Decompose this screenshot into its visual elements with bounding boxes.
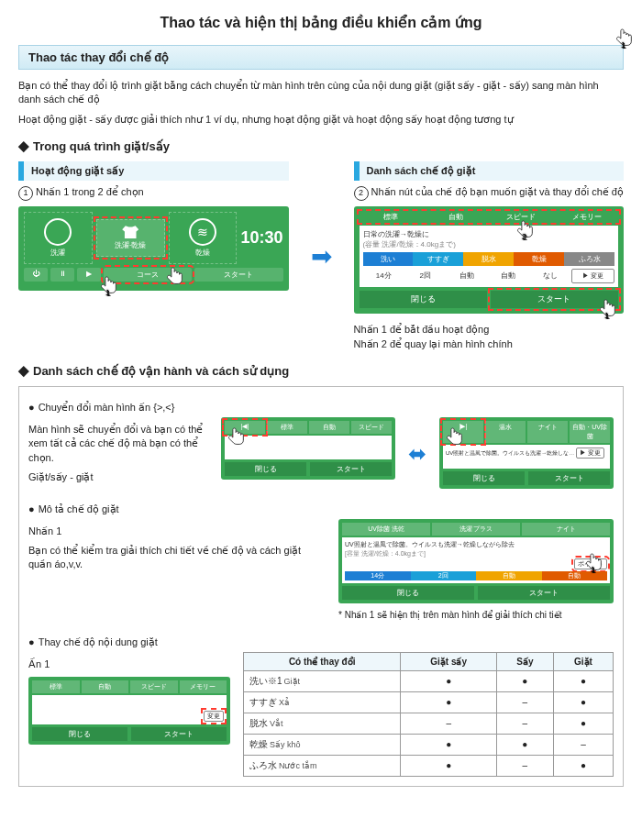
btn-start[interactable]: スタート — [491, 291, 618, 308]
intro-text-1: Bạn có thể thay đổi lộ trình giặt bằng c… — [18, 79, 624, 107]
mini-panel-a2[interactable]: |▶|温水ナイト自動・UV除菌 UV照射と温風で除菌。ウイルスも洗濯→乾燥しな…… — [439, 417, 614, 489]
left-sub-title: Hoạt động giặt sấy — [18, 161, 289, 181]
step-num-1: 1 — [18, 186, 33, 201]
btn-start[interactable]: スタート — [194, 268, 282, 282]
touch-panel-modelist[interactable]: 標準 自動 スピード メモリー 日常の洗濯→乾燥に (容量 洗濯/乾燥：4.0k… — [354, 206, 625, 314]
sec-c-title: Thay chế độ nội dung giặt — [28, 636, 614, 648]
btn-course[interactable]: コース — [104, 268, 192, 282]
mini-panel-c[interactable]: 標準自動スピードメモリー 変更 閉じるスタート 1 — [28, 677, 230, 745]
step-num-2: 2 — [354, 186, 369, 201]
mini-panel-b[interactable]: UV除菌 洗乾洗濯 プラスナイト UV照射と温風で除菌。ウイルスも洗濯→乾燥しな… — [338, 519, 614, 603]
section-header: Thao tác thay đổi chế độ — [18, 45, 624, 70]
double-arrow-icon: ⬌ — [408, 441, 426, 467]
sec-b-title: Mô tả chế độ giặt — [28, 503, 614, 515]
right-sub-title: Danh sách chế độ giặt — [354, 161, 625, 181]
opt-dry[interactable]: ≋乾燥 — [169, 212, 238, 264]
clock: 10:30 — [240, 228, 282, 248]
note-2: Nhấn 2 để quay lại màn hình chính — [354, 337, 625, 351]
heading-modelist: Danh sách chế độ vận hành và cách sử dụn… — [18, 362, 624, 379]
compat-table: Có thể thay đổi Giặt sấy Sấy Giặt 洗い※1Gi… — [243, 652, 614, 777]
note-1: Nhấn 1 để bắt đầu hoạt động — [354, 323, 625, 337]
opt-wash[interactable]: 洗濯 — [24, 212, 93, 264]
intro-text-2: Hoạt động giặt - sấy được giải thích như… — [18, 113, 624, 127]
sec-b-note: * Nhấn 1 sẽ hiện thị trên màn hình để gi… — [338, 609, 614, 622]
sec-a-title: Chuyển đổi màn hình ấn {>,<} — [28, 402, 614, 414]
touch-panel-home[interactable]: 洗濯 洗濯·乾燥 ≋乾燥 10:30 ⏻⏸▶コーススタート 1 — [18, 206, 289, 291]
arrow-right-icon: ➡ — [307, 241, 336, 271]
page-title: Thao tác và hiện thị bảng điều khiển cảm… — [18, 14, 624, 31]
point-btn[interactable]: ポイント — [574, 558, 607, 569]
opt-wash-dry[interactable]: 洗濯·乾燥 — [96, 219, 165, 257]
mini-panel-a1[interactable]: |◀|標準自動スピード 閉じるスタート — [221, 417, 395, 480]
btn-close[interactable]: 閉じる — [360, 291, 487, 308]
heading-process: Trong quá trình giặt/sấy — [18, 138, 624, 154]
phase-bars: 洗い すすぎ 脱水 乾燥 ふろ水 — [363, 252, 615, 266]
change-btn[interactable]: ▶ 変更 — [571, 269, 614, 283]
